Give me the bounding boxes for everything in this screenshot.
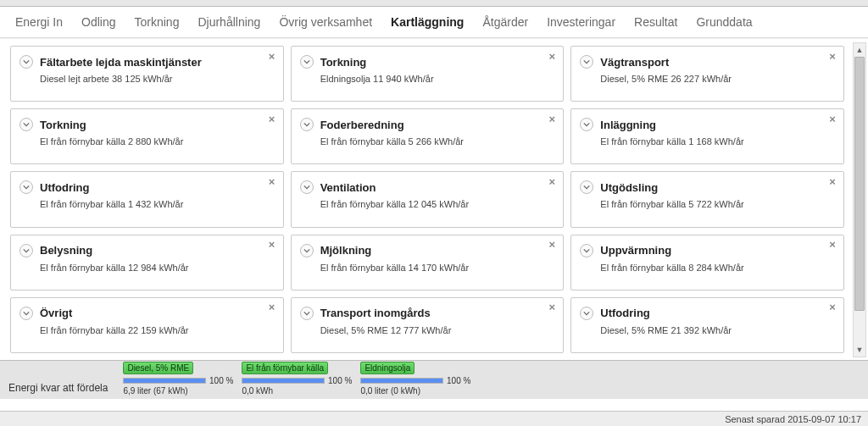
card: ×Fältarbete lejda maskintjänsterDiesel l… xyxy=(10,46,284,102)
card-subtitle: El från förnybar källa 22 159 kWh/år xyxy=(40,325,273,335)
chevron-down-icon xyxy=(583,181,590,193)
tab-energi-in[interactable]: Energi In xyxy=(15,15,63,29)
expand-button[interactable] xyxy=(19,180,33,194)
expand-button[interactable] xyxy=(300,307,314,320)
expand-button[interactable] xyxy=(580,118,593,131)
expand-button[interactable] xyxy=(300,118,314,131)
close-icon[interactable]: × xyxy=(546,239,558,251)
footer-label: Energi kvar att fördela xyxy=(8,382,108,396)
scroll-thumb[interactable] xyxy=(854,57,865,311)
expand-button[interactable] xyxy=(19,55,33,69)
card-title: Vägtransport xyxy=(600,56,669,69)
gauge: Diesel, 5% RME100 %6,9 liter (67 kWh) xyxy=(123,362,233,396)
card-subtitle: Eldningsolja 11 940 kWh/år xyxy=(320,74,554,84)
card-title: Övrigt xyxy=(40,307,72,319)
expand-button[interactable] xyxy=(580,55,593,69)
chevron-down-icon xyxy=(583,245,590,257)
chevron-down-icon xyxy=(23,245,30,257)
chevron-down-icon xyxy=(23,307,30,319)
card-title: Foderberedning xyxy=(320,119,404,131)
card: ×TorkningEl från förnybar källa 2 880 kW… xyxy=(10,108,284,164)
close-icon[interactable]: × xyxy=(266,175,278,187)
close-icon[interactable]: × xyxy=(266,239,278,251)
gauge: Eldningsolja100 %0,0 liter (0 kWh) xyxy=(360,362,470,396)
close-icon[interactable]: × xyxy=(826,175,838,187)
expand-button[interactable] xyxy=(580,244,593,257)
expand-button[interactable] xyxy=(300,180,314,194)
close-icon[interactable]: × xyxy=(826,239,838,251)
card-subtitle: Diesel, 5% RME 12 777 kWh/år xyxy=(320,325,554,335)
scroll-down-arrow[interactable]: ▼ xyxy=(854,343,865,357)
tab-grunddata[interactable]: Grunddata xyxy=(696,15,752,29)
card-subtitle: El från förnybar källa 5 722 kWh/år xyxy=(600,199,833,209)
gauge-sub: 6,9 liter (67 kWh) xyxy=(123,386,233,396)
expand-button[interactable] xyxy=(580,180,593,194)
card-subtitle: El från förnybar källa 2 880 kWh/år xyxy=(40,136,273,147)
card-title: Transport inomgårds xyxy=(320,307,431,319)
card-title: Belysning xyxy=(40,244,92,257)
chevron-down-icon xyxy=(303,119,310,130)
close-icon[interactable]: × xyxy=(266,113,278,124)
expand-button[interactable] xyxy=(580,307,593,320)
status-text: Senast sparad 2015-09-07 10:17 xyxy=(725,414,861,424)
chevron-down-icon xyxy=(583,119,590,130)
gauge-percent: 100 % xyxy=(209,376,233,385)
vertical-scrollbar[interactable]: ▲ ▼ xyxy=(853,42,866,357)
card-subtitle: El från förnybar källa 8 284 kWh/år xyxy=(600,263,833,273)
footer-panel: Energi kvar att fördela Diesel, 5% RME10… xyxy=(0,360,868,399)
card-title: Uppvärmning xyxy=(600,244,671,257)
chevron-down-icon xyxy=(23,56,30,68)
status-bar: Senast sparad 2015-09-07 10:17 xyxy=(0,411,868,426)
card: ×UtfodringDiesel, 5% RME 21 392 kWh/år xyxy=(570,297,844,353)
expand-button[interactable] xyxy=(19,307,33,320)
chevron-down-icon xyxy=(303,181,310,193)
expand-button[interactable] xyxy=(19,118,33,131)
card-title: Utgödsling xyxy=(600,181,658,194)
gauge-percent: 100 % xyxy=(447,376,470,385)
card: ×VentilationEl från förnybar källa 12 04… xyxy=(291,171,565,227)
close-icon[interactable]: × xyxy=(266,50,278,62)
card-subtitle: El från förnybar källa 1 432 kWh/år xyxy=(40,199,273,209)
gauges-row: Diesel, 5% RME100 %6,9 liter (67 kWh)El … xyxy=(123,362,470,396)
tab-resultat[interactable]: Resultat xyxy=(634,15,677,29)
tab-odling[interactable]: Odling xyxy=(81,15,115,29)
card-subtitle: El från förnybar källa 12 984 kWh/år xyxy=(40,263,273,273)
card-subtitle: El från förnybar källa 12 045 kWh/år xyxy=(320,199,554,209)
close-icon[interactable]: × xyxy=(546,175,558,187)
close-icon[interactable]: × xyxy=(826,50,838,62)
expand-button[interactable] xyxy=(300,55,314,69)
expand-button[interactable] xyxy=(300,244,314,257)
gauge-percent: 100 % xyxy=(328,376,352,385)
card-title: Ventilation xyxy=(320,181,376,194)
tab-kartläggning[interactable]: Kartläggning xyxy=(391,15,464,29)
card: ×FoderberedningEl från förnybar källa 5 … xyxy=(291,108,565,164)
gauge: El från förnybar källa100 %0,0 kWh xyxy=(242,362,352,396)
expand-button[interactable] xyxy=(19,244,33,257)
close-icon[interactable]: × xyxy=(546,302,558,313)
tab-investeringar[interactable]: Investeringar xyxy=(547,15,615,29)
card-title: Utfodring xyxy=(40,181,89,194)
card-subtitle: Diesel lejt arbete 38 125 kWh/år xyxy=(40,74,273,84)
close-icon[interactable]: × xyxy=(546,113,558,124)
close-icon[interactable]: × xyxy=(266,302,278,313)
content-area: ×Fältarbete lejda maskintjänsterDiesel l… xyxy=(0,38,868,360)
main-tabs: Energi InOdlingTorkningDjurhållningÖvrig… xyxy=(0,7,868,38)
card-subtitle: El från förnybar källa 14 170 kWh/år xyxy=(320,263,554,273)
gauge-bar xyxy=(123,378,206,384)
card-subtitle: El från förnybar källa 5 266 kWh/år xyxy=(320,136,554,147)
card: ×UtgödslingEl från förnybar källa 5 722 … xyxy=(570,171,844,227)
close-icon[interactable]: × xyxy=(826,302,838,313)
tab-torkning[interactable]: Torkning xyxy=(135,15,180,29)
gauge-sub: 0,0 kWh xyxy=(242,386,352,396)
tab-övrig-verksamhet[interactable]: Övrig verksamhet xyxy=(279,15,372,29)
chevron-down-icon xyxy=(303,56,310,68)
chevron-down-icon xyxy=(303,245,310,257)
scroll-up-arrow[interactable]: ▲ xyxy=(854,43,865,57)
close-icon[interactable]: × xyxy=(826,113,838,124)
gauge-name: Eldningsolja xyxy=(360,362,415,374)
chevron-down-icon xyxy=(303,307,310,319)
tab-åtgärder[interactable]: Åtgärder xyxy=(482,15,528,29)
tab-djurhållning[interactable]: Djurhållning xyxy=(198,15,260,29)
cards-grid: ×Fältarbete lejda maskintjänsterDiesel l… xyxy=(0,39,868,360)
close-icon[interactable]: × xyxy=(546,50,558,62)
